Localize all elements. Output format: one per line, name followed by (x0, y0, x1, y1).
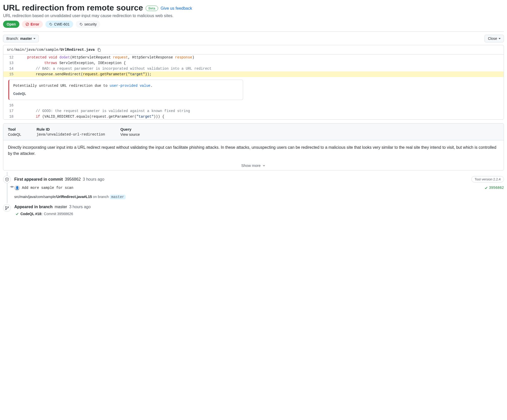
commit-message[interactable]: Add more sample for scan (22, 186, 73, 190)
commit-sha-link[interactable]: 3956862 (484, 186, 504, 190)
code-line: 13 throws ServletException, IOException … (3, 60, 504, 66)
caret-down-icon (33, 38, 35, 39)
beta-badge: Beta (146, 6, 158, 11)
state-open-pill: Open (3, 21, 19, 28)
branch-selector[interactable]: Branch: master (3, 35, 39, 42)
appeared-branch-name[interactable]: master (55, 205, 67, 209)
check-icon (484, 186, 488, 190)
close-label: Close (488, 36, 497, 41)
page-subtitle: URL redirection based on unvalidated use… (3, 14, 504, 18)
tool-version-badge: Tool version 2.2.4 (471, 176, 504, 182)
timeline: First appeared in commit 3956862 3 hours… (3, 175, 504, 218)
avatar[interactable]: 👤 (14, 185, 20, 191)
alert-message: Potentially untrusted URL redirection du… (13, 84, 110, 88)
svg-point-7 (11, 186, 13, 188)
no-entry-icon (26, 22, 29, 26)
rule-label: Rule ID (36, 127, 105, 131)
alert-source-link[interactable]: user-provided value (110, 84, 150, 88)
security-tag-pill[interactable]: security (76, 21, 100, 28)
appeared-branch-label: Appeared in branch (14, 205, 53, 209)
code-snippet-box: src/main/java/com/sample/UrlRedirect.jav… (3, 45, 504, 120)
codeql-run-commit: Commit 39568626 (44, 212, 73, 216)
commit-icon (10, 184, 14, 189)
caret-down-icon (499, 38, 501, 39)
cwe-tag-pill[interactable]: CWE-601 (45, 21, 73, 28)
code-line: 18 if (VALID_REDIRECT.equals(request.get… (3, 114, 504, 119)
close-button[interactable]: Close (485, 35, 504, 42)
svg-point-2 (50, 23, 50, 24)
file-path[interactable]: src/main/java/com/sample/UrlRedirect.jav… (7, 48, 95, 52)
status-pills: Open Error CWE-601 security (3, 21, 504, 28)
shield-icon (3, 176, 11, 183)
code-line: 17 // GOOD: the request parameter is val… (3, 108, 504, 114)
details-panel: Tool CodeQL Rule ID java/unvalidated-url… (3, 123, 504, 170)
severity-error-label: Error (31, 22, 39, 26)
timeline-item-first-appeared: First appeared in commit 3956862 3 hours… (9, 175, 504, 201)
cwe-tag-label: CWE-601 (54, 22, 70, 26)
svg-point-11 (5, 209, 6, 210)
security-tag-label: security (84, 22, 97, 26)
copy-icon[interactable] (97, 48, 101, 52)
code-line-highlighted: 15 response.sendRedirect(request.getPara… (3, 71, 504, 77)
chevron-down-icon (262, 164, 266, 167)
svg-point-5 (7, 179, 7, 179)
git-branch-icon (3, 204, 11, 212)
code-line: 14 // BAD: a request parameter is incorp… (3, 66, 504, 71)
svg-rect-4 (98, 49, 100, 51)
view-source-link[interactable]: View source (120, 132, 140, 137)
details-description: Directly incorporating user input into a… (3, 140, 504, 161)
tool-value: CodeQL (8, 132, 21, 137)
alert-annotation-row: Potentially untrusted URL redirection du… (3, 77, 504, 103)
branch-prefix: Branch: (6, 36, 19, 41)
feedback-link[interactable]: Give us feedback (161, 6, 192, 11)
rule-value: java/unvalidated-url-redirection (36, 132, 105, 137)
code-line: 12 protected void doGet(HttpServletReque… (3, 55, 504, 60)
file-ref-link[interactable]: src/main/java/com/sample/UrlRedirect.jav… (14, 195, 93, 199)
tag-icon (79, 22, 83, 26)
tag-icon (49, 22, 53, 26)
timeline-item-appeared-branch: Appeared in branch master 3 hours ago Co… (9, 203, 504, 218)
page-title: URL redirection from remote source (3, 3, 143, 13)
svg-point-12 (7, 206, 8, 207)
first-appeared-sha[interactable]: 3956862 (65, 177, 81, 182)
query-label: Query (120, 127, 140, 131)
show-more-button[interactable]: Show more (3, 161, 504, 170)
branch-chip[interactable]: master (110, 195, 125, 199)
svg-point-10 (5, 206, 6, 207)
branch-name: master (20, 36, 32, 41)
severity-error-pill: Error (22, 21, 43, 28)
codeql-run-label[interactable]: CodeQL #18: (20, 212, 42, 216)
first-appeared-label: First appeared in commit (14, 177, 63, 182)
tool-label: Tool (8, 127, 21, 131)
svg-point-3 (80, 23, 81, 24)
appeared-branch-time: 3 hours ago (69, 205, 91, 209)
code-line: 16 (3, 103, 504, 108)
check-icon (15, 212, 19, 216)
svg-line-1 (26, 23, 28, 25)
first-appeared-time: 3 hours ago (83, 177, 105, 182)
alert-annotation: Potentially untrusted URL redirection du… (8, 80, 243, 100)
alert-tool-label: CodeQL (13, 91, 239, 97)
